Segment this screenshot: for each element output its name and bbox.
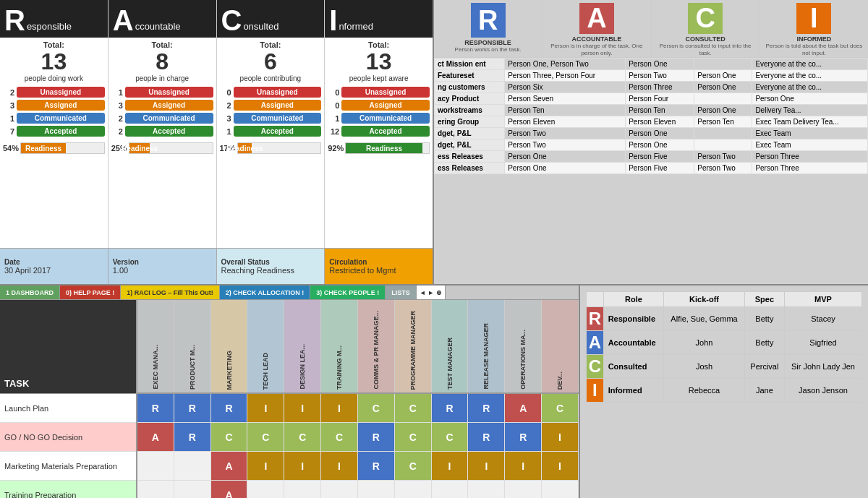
- status-value: Reaching Readiness: [221, 266, 320, 275]
- matrix-row-2: AIIIRCIIII: [137, 452, 579, 481]
- matrix-cell: I: [432, 452, 469, 480]
- bottom-right: RoleKick-offSpecMVPRResponsibleAlfie, Su…: [579, 286, 868, 498]
- matrix-row-0: RRRIIICCRRAC: [137, 394, 579, 423]
- tab-check-alloc[interactable]: 2) CHECK ALLOCATION !: [220, 286, 311, 299]
- legend-role: Informed: [603, 379, 664, 403]
- tab-raci-log[interactable]: 1) RACI LOG – Fill This Out!: [121, 286, 220, 299]
- badge-num: 1: [111, 88, 123, 97]
- legend-person: Betty: [744, 307, 784, 331]
- raci-def-name: ACCOUNTABLE: [571, 35, 621, 43]
- tab-check-people[interactable]: 3) CHECK PEOPLE !: [310, 286, 386, 299]
- card-badges: 0 Unassigned 2 Assigned 3 Communicated 1…: [217, 85, 325, 138]
- card-total-num: 8: [109, 49, 216, 74]
- col-label: RELEASE MANAGER: [482, 323, 490, 390]
- badge-row-unassigned: 1 Unassigned: [111, 87, 213, 98]
- spreadsheet-main: TASK Launch PlanGO / NO GO DecisionMarke…: [0, 300, 579, 498]
- matrix-cell: C: [395, 452, 432, 480]
- card-badges: 2 Unassigned 3 Assigned 1 Communicated 7…: [0, 85, 108, 138]
- cards-area: R esponsible Total: 13 people doing work…: [0, 0, 433, 248]
- raci-def-table: ct Mission ent Person One, Person Two Pe…: [434, 58, 868, 174]
- def-r: Person Six: [505, 82, 626, 93]
- matrix-rows: RRRIIICCRRACARCCCCRCCRRIAIIIRCIIIIA: [137, 394, 579, 498]
- badge-row-assigned: 0 Assigned: [328, 100, 430, 111]
- def-c: Person Two: [694, 151, 752, 163]
- tab-icons[interactable]: ◄ ► ⊕: [417, 286, 446, 299]
- circulation-cell: Circulation Restricted to Mgmt: [325, 249, 433, 284]
- legend-person: Alfie, Sue, Gemma: [664, 307, 745, 331]
- card-readiness: 17% Readiness: [220, 142, 322, 154]
- version-cell: Version 1.00: [109, 249, 217, 284]
- matrix-row-3: A: [137, 481, 579, 498]
- matrix-cell: C: [432, 423, 469, 451]
- col-label: PROGRAMME MANAGER: [409, 311, 417, 390]
- def-task-name: ng customers: [435, 82, 505, 93]
- badge-row-communicated: 1 Communicated: [328, 113, 430, 124]
- readiness-bar: Readiness: [238, 143, 252, 153]
- card-letter: C: [221, 6, 242, 35]
- matrix-cell: I: [542, 452, 579, 480]
- def-a: Person Five: [626, 151, 694, 163]
- readiness-bar-container: Readiness: [345, 142, 430, 154]
- card-badges: 0 Unassigned 0 Assigned 1 Communicated 1…: [325, 85, 433, 138]
- matrix-cell: [542, 481, 579, 498]
- legend-person: John: [664, 331, 745, 355]
- task-row: Training Preparation: [0, 481, 136, 498]
- tab-lists[interactable]: LISTS: [386, 286, 417, 299]
- card-total-label: Total:: [325, 38, 433, 49]
- raci-def-row: ess Releases Person One Person Five Pers…: [435, 151, 868, 163]
- def-i: Person One: [752, 93, 868, 105]
- def-a: Person One: [626, 59, 694, 70]
- def-i: Everyone at the co...: [752, 82, 868, 93]
- raci-def-letter: A: [579, 3, 614, 34]
- raci-card-a: A ccountable Total: 8 people in charge 1…: [109, 0, 217, 248]
- def-c: Person One: [694, 105, 752, 116]
- matrix-cell: R: [505, 423, 542, 451]
- main-top: R esponsible Total: 13 people doing work…: [0, 0, 868, 286]
- def-i: Delivery Tea...: [752, 105, 868, 116]
- matrix-cell: [468, 481, 505, 498]
- tab-dashboard[interactable]: 1 DASHBOARD: [0, 286, 60, 299]
- col-header-marketing: MARKETING: [211, 300, 248, 392]
- raci-def-letter: C: [688, 3, 723, 34]
- card-header: I nformed: [325, 0, 433, 38]
- legend-row: AAccountableJohnBettySigfried: [587, 331, 862, 355]
- raci-def-row: Featureset Person Three, Person Four Per…: [435, 70, 868, 82]
- matrix-cell: R: [432, 394, 469, 422]
- matrix-cell: [137, 481, 174, 498]
- card-total-sub: people doing work: [0, 74, 108, 85]
- card-total-label: Total:: [0, 38, 108, 49]
- raci-card-r: R esponsible Total: 13 people doing work…: [0, 0, 109, 248]
- badge-row-assigned: 2 Assigned: [220, 100, 322, 111]
- def-i: Everyone at the co...: [752, 59, 868, 70]
- tab-help[interactable]: 0) HELP PAGE !: [60, 286, 121, 299]
- badge-num: 3: [220, 114, 231, 123]
- def-r: Person Eleven: [505, 116, 626, 128]
- matrix-cell: C: [395, 423, 432, 451]
- def-a: Person Two: [626, 70, 694, 82]
- matrix-cell: [247, 481, 284, 498]
- legend-letter: C: [587, 355, 604, 379]
- def-c: Person Two: [694, 163, 752, 174]
- legend-header: Role: [603, 292, 664, 307]
- meta-area: Date 30 April 2017 Version 1.00 Overall …: [0, 248, 433, 284]
- card-total-sub: people in charge: [109, 74, 216, 85]
- badge-row-accepted: 12 Accepted: [328, 126, 430, 137]
- def-i: Exec Team: [752, 128, 868, 139]
- raci-def-row: ng customers Person Six Person Three Per…: [435, 82, 868, 93]
- raci-def-desc: Person is consulted to input into the ta…: [655, 43, 757, 56]
- legend-person: Betty: [744, 331, 784, 355]
- raci-def-rows: ct Mission ent Person One, Person Two Pe…: [434, 58, 868, 284]
- def-c: Person One: [694, 82, 752, 93]
- badge-unassigned: Unassigned: [17, 87, 105, 98]
- matrix-cell: I: [321, 394, 358, 422]
- card-readiness: 54% Readiness: [3, 142, 105, 154]
- legend-raci-table: RoleKick-offSpecMVPRResponsibleAlfie, Su…: [586, 291, 862, 403]
- def-c: [694, 93, 752, 105]
- def-a: Person Four: [626, 93, 694, 105]
- col-header-product: PRODUCT M...: [174, 300, 211, 392]
- matrix-cell: A: [137, 423, 174, 451]
- legend-row: CConsultedJoshPercivalSir John Lady Jen: [587, 355, 862, 379]
- def-task-name: ess Releases: [435, 151, 505, 163]
- def-r: Person Ten: [505, 105, 626, 116]
- badge-num: 1: [3, 114, 14, 123]
